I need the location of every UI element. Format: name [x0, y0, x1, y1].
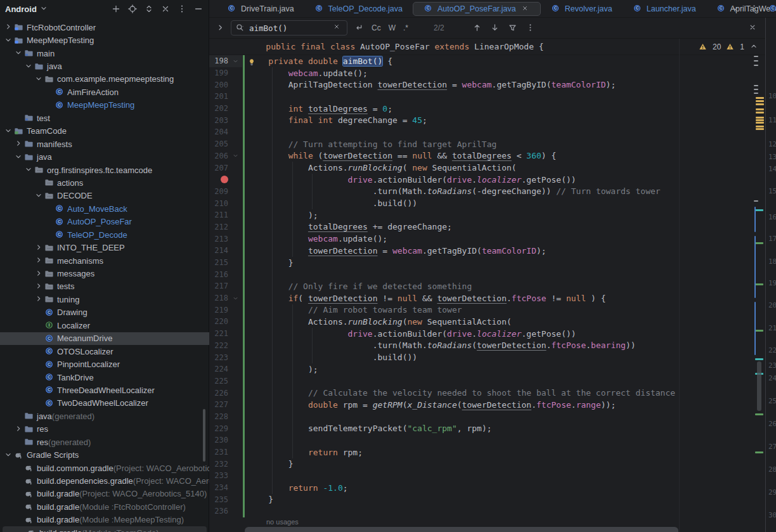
words-toggle[interactable]: W — [389, 23, 396, 32]
tree-item-autoop-posefar[interactable]: CAutoOP_PoseFar — [0, 216, 209, 228]
sticky-code-line[interactable]: public final class AutoOP_PoseFar extend… — [209, 41, 544, 53]
gutter[interactable]: 204 — [209, 126, 242, 138]
tree-item-twodeadwheellocalizer[interactable]: CTwoDeadWheelLocalizer — [0, 397, 209, 410]
code-line-198[interactable]: 198 private double aimBot() { — [209, 55, 776, 67]
regex-toggle[interactable]: .* — [403, 23, 408, 32]
gutter[interactable]: 217 — [209, 280, 242, 292]
tab-drivetrain-java[interactable]: CDriveTrain.java — [217, 2, 304, 16]
gutter[interactable]: 212 — [209, 221, 242, 233]
chevron-right-icon[interactable] — [14, 139, 24, 149]
tree-item-pinpointlocalizer[interactable]: CPinpointLocalizer — [0, 358, 209, 370]
close-search-icon[interactable] — [748, 23, 758, 33]
code-line-223[interactable]: 223 .build()) — [209, 351, 776, 363]
chevron-down-icon[interactable] — [4, 126, 14, 136]
chevron-down-icon[interactable] — [4, 450, 14, 460]
gutter[interactable] — [209, 174, 242, 186]
tree-item-build-gradle-module-meepmeeptesting[interactable]: build.gradle (Module :MeepMeepTesting) — [0, 514, 209, 526]
code-line-232[interactable]: 232 } — [209, 458, 776, 470]
chevron-down-icon[interactable] — [34, 74, 44, 84]
code-line-215[interactable]: 215 } — [209, 257, 776, 269]
add-icon[interactable] — [111, 4, 121, 14]
tree-item-res[interactable]: res — [0, 423, 209, 436]
gutter[interactable]: 236 — [209, 505, 242, 517]
tree-item-res-generated[interactable]: res (generated) — [0, 436, 209, 448]
code-line-222[interactable]: 222 .turn(Math.toRadians(towerDetection.… — [209, 340, 776, 352]
code-line-201[interactable]: 201 — [209, 91, 776, 103]
code-line-235[interactable]: 235 } — [209, 493, 776, 505]
gutter[interactable]: 228 — [209, 411, 242, 423]
gutter[interactable]: 230 — [209, 434, 242, 446]
gutter[interactable]: 216 — [209, 268, 242, 280]
chevron-down-icon[interactable] — [14, 152, 24, 162]
gutter[interactable]: 224 — [209, 363, 242, 375]
tree-item-auto-moveback[interactable]: CAuto_MoveBack — [0, 202, 209, 215]
tab-revolver-java[interactable]: CRevolver.java — [541, 2, 623, 16]
tree-item-mecanumdrive[interactable]: CMecanumDrive — [0, 332, 209, 345]
gutter[interactable]: 199 — [209, 67, 242, 79]
tree-item-gradle-scripts[interactable]: Gradle Scripts — [0, 448, 209, 461]
chevron-down-icon[interactable] — [24, 62, 34, 72]
tree-item-teleop-decode[interactable]: CTeleOP_Decode — [0, 228, 209, 241]
code-line-220[interactable]: 220 Actions.runBlocking(new SequentialAc… — [209, 316, 776, 328]
code-line-216[interactable]: 216 — [209, 268, 776, 280]
fold-chevron-icon[interactable] — [228, 58, 242, 65]
tree-item-main[interactable]: main — [0, 47, 209, 60]
tree-item-java-generated[interactable]: java (generated) — [0, 410, 209, 422]
code-line-224[interactable]: 224 ); — [209, 363, 776, 375]
tree-item-meepmeeptesting[interactable]: CMeepMeepTesting — [0, 99, 209, 112]
code-line-200[interactable]: 200 AprilTagDetection towerDetection = w… — [209, 79, 776, 91]
tree-item-ftcrobotcontroller[interactable]: FtcRobotController — [0, 21, 209, 34]
gutter[interactable]: 211 — [209, 209, 242, 221]
tree-item-java[interactable]: java — [0, 150, 209, 163]
tree-item-tests[interactable]: tests — [0, 280, 209, 293]
tree-item-drawing[interactable]: CDrawing — [0, 306, 209, 319]
code-line-205[interactable]: 205 // Turn attempting to find target Ap… — [209, 138, 776, 150]
hide-icon[interactable] — [193, 4, 204, 14]
gutter[interactable]: 214 — [209, 245, 242, 257]
code-line-225[interactable]: 225 — [209, 375, 776, 387]
code-line-217[interactable]: 217 // Only fire if we detected somethin… — [209, 280, 776, 292]
tree-item-manifests[interactable]: manifests — [0, 138, 209, 150]
gutter[interactable]: 235 — [209, 493, 242, 505]
search-more-icon[interactable] — [526, 23, 536, 33]
gutter[interactable]: 225 — [209, 375, 242, 387]
code-line-199[interactable]: 199 webcam.update(); — [209, 67, 776, 79]
intention-bulb-icon[interactable] — [247, 58, 256, 67]
chevron-right-icon[interactable] — [34, 243, 44, 253]
expand-replace-chevron-icon[interactable] — [216, 23, 226, 33]
tree-item-org-firstinspires-ftc-teamcode[interactable]: org.firstinspires.ftc.teamcode — [0, 164, 209, 176]
gutter[interactable]: 229 — [209, 422, 242, 434]
code-line-230[interactable]: 230 — [209, 434, 776, 446]
fold-chevron-icon[interactable] — [228, 295, 242, 302]
code-line-218[interactable]: 218 if( towerDetection != null && towerD… — [209, 292, 776, 304]
locate-icon[interactable] — [127, 4, 138, 14]
code-line-203[interactable]: 203 final int degreeChange = 45; — [209, 114, 776, 126]
tab-launcher-java[interactable]: CLauncher.java — [623, 2, 706, 16]
project-view-selector[interactable]: Android — [5, 4, 49, 14]
search-input[interactable]: aimBot() — [231, 20, 347, 36]
error-stripe[interactable] — [752, 39, 766, 532]
gutter[interactable]: 201 — [209, 91, 242, 103]
gutter[interactable]: 223 — [209, 351, 242, 363]
tree-item-actions[interactable]: actions — [0, 176, 209, 189]
tree-item-build-common-gradle-project-waco-aerobotics-51[interactable]: build.common.gradle (Project: WACO_Aerob… — [0, 462, 209, 474]
tree-item-meepmeeptesting[interactable]: MeepMeepTesting — [0, 34, 209, 46]
code-line-228[interactable]: 228 — [209, 411, 776, 423]
tree-item-build-gradle-project-waco-aerobotics-5140[interactable]: build.gradle (Project: WACO_Aerobotics_5… — [0, 488, 209, 500]
code-line-210[interactable]: 210 .build()) — [209, 197, 776, 209]
code-line-227[interactable]: 227 double rpm = getRPM(x_Distance(tower… — [209, 399, 776, 411]
tree-item-otoslocalizer[interactable]: COTOSLocalizer — [0, 345, 209, 358]
code-line-214[interactable]: 214 towerDetection = webcam.getTagByID(t… — [209, 245, 776, 257]
fold-chevron-icon[interactable] — [228, 152, 242, 159]
chevron-down-icon[interactable] — [4, 36, 14, 46]
gutter[interactable]: 215 — [209, 257, 242, 269]
tab-bar-more-icon[interactable] — [749, 4, 760, 14]
code-line-226[interactable]: 226 // Calculate the velocity needed to … — [209, 387, 776, 399]
chevron-right-icon[interactable] — [14, 424, 24, 434]
chevron-right-icon[interactable] — [34, 256, 44, 266]
chevron-down-icon[interactable] — [24, 165, 34, 175]
code-line-221[interactable]: 221 drive.actionBuilder(drive.localizer.… — [209, 328, 776, 340]
tree-item-build-dependencies-gradle-project-waco-aeroboti[interactable]: build.dependencies.gradle (Project: WACO… — [0, 474, 209, 487]
tree-item-mechanisms[interactable]: mechanisms — [0, 254, 209, 267]
code-line-234[interactable]: 234 return -1.0; — [209, 482, 776, 494]
